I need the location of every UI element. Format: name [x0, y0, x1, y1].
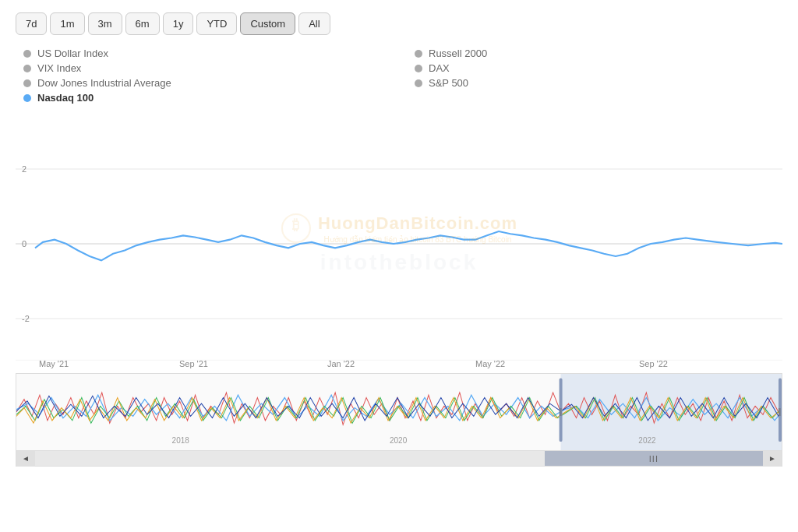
main-chart[interactable]: 2 0 -2 May '21 Sep '21 Jan '22 May '22 S… [16, 119, 782, 368]
svg-text:May '21: May '21 [39, 359, 69, 368]
svg-text:Sep '22: Sep '22 [639, 359, 668, 368]
main-container: 7d 1m 3m 6m 1y YTD Custom All US Dollar … [0, 0, 798, 532]
time-btn-custom[interactable]: Custom [240, 12, 295, 35]
scroll-left-button[interactable]: ◄ [16, 451, 35, 467]
svg-text:2020: 2020 [390, 436, 407, 445]
legend-label-us-dollar: US Dollar Index [37, 48, 108, 59]
legend-label-dax: DAX [429, 62, 450, 74]
legend-dot-dax [415, 65, 422, 72]
legend-label-dow: Dow Jones Industrial Average [37, 77, 171, 89]
svg-text:2018: 2018 [172, 436, 189, 445]
scrollbar: ◄ III ► [16, 451, 782, 467]
legend-vix[interactable]: VIX Index [23, 62, 383, 74]
navigator-svg: 2018 2020 2022 ‖ ‖ [16, 374, 782, 450]
time-btn-ytd[interactable]: YTD [196, 12, 237, 35]
time-btn-1m[interactable]: 1m [50, 12, 84, 35]
svg-text:2: 2 [22, 164, 26, 174]
time-btn-6m[interactable]: 6m [125, 12, 160, 35]
legend-label-vix: VIX Index [37, 62, 81, 74]
scroll-track[interactable]: III [35, 451, 763, 466]
navigator-chart[interactable]: 2018 2020 2022 ‖ ‖ [16, 373, 782, 451]
legend-dot-dow [23, 79, 31, 87]
time-btn-1y[interactable]: 1y [163, 12, 194, 35]
legend-dot-nasdaq [23, 94, 31, 102]
legend-label-nasdaq: Nasdaq 100 [37, 92, 94, 104]
legend-sp500[interactable]: S&P 500 [415, 77, 775, 89]
legend-nasdaq[interactable]: Nasdaq 100 [23, 92, 383, 104]
legend-russell[interactable]: Russell 2000 [415, 48, 775, 59]
legend-label-sp500: S&P 500 [429, 77, 468, 89]
legend-dax[interactable]: DAX [415, 62, 775, 74]
legend-dot-vix [23, 65, 31, 72]
svg-text:0: 0 [22, 239, 26, 248]
legend-dot-us-dollar [23, 50, 31, 58]
time-btn-7d[interactable]: 7d [16, 12, 47, 35]
svg-text:May '22: May '22 [475, 359, 505, 368]
legend-us-dollar[interactable]: US Dollar Index [23, 48, 383, 59]
legend-dot-sp500 [415, 79, 422, 87]
scroll-handle-icon: III [649, 454, 659, 463]
legend-dot-russell [415, 50, 422, 58]
scroll-right-button[interactable]: ► [763, 451, 782, 467]
svg-text:-2: -2 [22, 314, 30, 323]
scroll-thumb[interactable]: III [545, 451, 763, 466]
svg-text:2022: 2022 [638, 436, 655, 445]
time-btn-all[interactable]: All [298, 12, 330, 35]
svg-text:Sep '21: Sep '21 [179, 359, 208, 368]
time-range-selector: 7d 1m 3m 6m 1y YTD Custom All [16, 12, 782, 35]
svg-text:‖: ‖ [778, 407, 782, 416]
time-btn-3m[interactable]: 3m [88, 12, 122, 35]
svg-text:Jan '22: Jan '22 [327, 359, 355, 368]
svg-text:‖: ‖ [559, 407, 563, 416]
legend-label-russell: Russell 2000 [429, 48, 487, 59]
chart-svg: 2 0 -2 May '21 Sep '21 Jan '22 May '22 S… [16, 119, 782, 368]
legend-dow[interactable]: Dow Jones Industrial Average [23, 77, 383, 89]
chart-legend: US Dollar Index Russell 2000 VIX Index D… [16, 48, 782, 104]
